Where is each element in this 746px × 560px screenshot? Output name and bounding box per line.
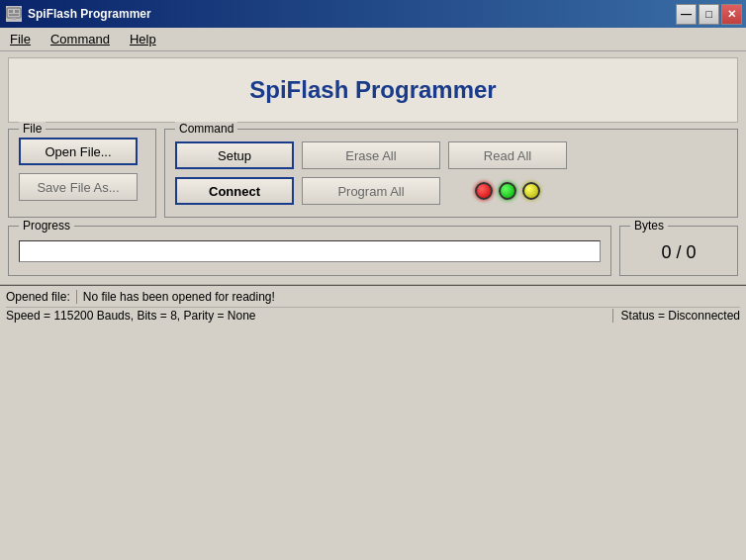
opened-file-value: No file has been opened for reading! [83,290,275,304]
panels-row: File Open File... Save File As... Comman… [8,129,738,218]
speed-status: Speed = 115200 Bauds, Bits = 8, Parity =… [6,309,613,323]
erase-all-button[interactable]: Erase All [302,141,440,169]
file-panel: File Open File... Save File As... [8,129,156,218]
menu-file[interactable]: File [4,30,37,48]
title-buttons: — □ ✕ [676,4,742,25]
connect-button[interactable]: Connect [175,177,294,205]
read-all-button[interactable]: Read All [448,141,567,169]
app-header: SpiFlash Programmer [8,57,738,123]
led-red [475,182,493,200]
svg-rect-3 [9,14,19,16]
menu-command-label: Command [50,32,110,47]
menu-help[interactable]: Help [124,30,162,48]
progress-bar [19,240,601,262]
bytes-value: 0 / 0 [636,242,721,263]
command-panel-label: Command [175,122,237,136]
menu-command[interactable]: Command [45,30,116,48]
title-bar-left: SpiFlash Programmer [6,6,151,22]
led-yellow [522,182,540,200]
open-file-button[interactable]: Open File... [19,138,138,165]
command-grid: Setup Erase All Read All Connect Program… [175,141,727,205]
save-file-button[interactable]: Save File As... [19,173,138,201]
bytes-panel: Bytes 0 / 0 [619,226,738,276]
close-button[interactable]: ✕ [721,4,742,25]
menu-file-label: File [10,32,31,47]
menu-help-label: Help [130,32,156,47]
setup-button[interactable]: Setup [175,141,294,169]
connection-status: Status = Disconnected [613,309,740,323]
menu-bar: File Command Help [0,28,746,51]
app-title: SpiFlash Programmer [249,76,496,103]
svg-rect-1 [9,10,13,13]
led-green [499,182,516,200]
svg-rect-4 [12,18,16,20]
minimize-button[interactable]: — [676,4,697,25]
file-panel-label: File [19,122,46,136]
progress-row: Progress Bytes 0 / 0 [8,226,738,276]
status-row-speed: Speed = 115200 Bauds, Bits = 8, Parity =… [6,307,740,324]
progress-panel: Progress [8,226,611,276]
window-title: SpiFlash Programmer [28,7,151,21]
led-group [448,177,567,205]
status-bar: Opened file: No file has been opened for… [0,284,746,326]
main-content: SpiFlash Programmer File Open File... Sa… [0,57,746,276]
progress-panel-label: Progress [19,219,74,233]
bytes-panel-label: Bytes [630,219,668,233]
app-icon [6,6,22,22]
program-all-button[interactable]: Program All [302,177,440,205]
svg-rect-2 [15,10,19,13]
command-panel: Command Setup Erase All Read All Connect… [164,129,738,218]
title-bar: SpiFlash Programmer — □ ✕ [0,0,746,28]
status-row-opened: Opened file: No file has been opened for… [6,288,740,306]
maximize-button[interactable]: □ [699,4,719,25]
opened-file-label: Opened file: [6,290,70,304]
status-divider-1 [76,290,77,304]
